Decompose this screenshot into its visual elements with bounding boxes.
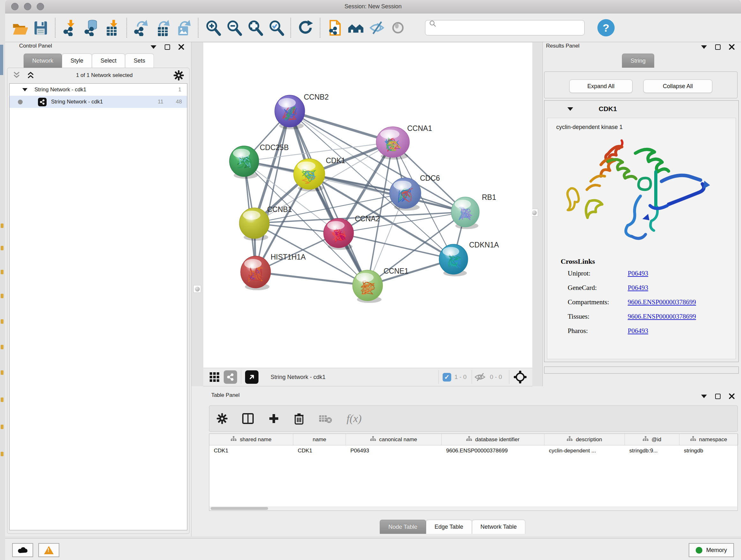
- control-panel-collapse-icon[interactable]: [151, 45, 156, 49]
- results-panel-float-icon[interactable]: [715, 44, 721, 50]
- table-panel-close-icon[interactable]: [729, 393, 735, 399]
- selected-nodes-checkbox[interactable]: ✓: [443, 373, 451, 381]
- table-hscrollbar[interactable]: [209, 506, 737, 510]
- network-row[interactable]: String Network - cdk1 11 48: [10, 96, 187, 108]
- tab-network[interactable]: Network: [23, 54, 62, 68]
- expand-all-button[interactable]: Expand All: [569, 79, 632, 93]
- column-header-database-identifier[interactable]: database identifier: [442, 434, 544, 445]
- network-overview-icon[interactable]: [224, 370, 237, 384]
- tab-sets[interactable]: Sets: [125, 54, 154, 68]
- export-table-icon[interactable]: [152, 17, 173, 38]
- cell-database-identifier[interactable]: 9606.ENSP00000378699: [442, 445, 544, 456]
- column-header-name[interactable]: name: [293, 434, 346, 445]
- node-RB1[interactable]: RB1: [451, 193, 496, 229]
- node-CCNA1[interactable]: CCNA1: [376, 124, 432, 160]
- tab-edge-table[interactable]: Edge Table: [426, 520, 472, 534]
- column-header-namespace[interactable]: namespace: [679, 434, 738, 445]
- cell-shared-name[interactable]: CDK1: [209, 445, 293, 456]
- crosslink-link[interactable]: 9606.ENSP00000378699: [628, 313, 696, 320]
- node-CCNB2[interactable]: CCNB2: [275, 93, 329, 129]
- column-header-canonical-name[interactable]: canonical name: [346, 434, 442, 445]
- hide-selected-icon[interactable]: [366, 17, 387, 38]
- table-panel-collapse-icon[interactable]: [701, 395, 707, 398]
- show-columns-icon[interactable]: [242, 413, 254, 425]
- export-network-icon[interactable]: [131, 17, 152, 38]
- zoom-in-icon[interactable]: [202, 17, 223, 38]
- node-CCNB1[interactable]: CCNB1: [239, 205, 292, 241]
- search-input[interactable]: [425, 20, 585, 36]
- window-minimize-button[interactable]: [24, 3, 31, 10]
- add-column-icon[interactable]: [268, 413, 280, 424]
- cell--id[interactable]: stringdb:9...: [625, 445, 679, 456]
- tab-style[interactable]: Style: [62, 54, 92, 68]
- network-options-gear-icon[interactable]: [173, 70, 184, 81]
- results-panel-collapse-icon[interactable]: [701, 45, 707, 49]
- table-hscroll-thumb[interactable]: [211, 507, 268, 510]
- column-header-shared-name[interactable]: shared name: [209, 434, 293, 445]
- import-network-database-icon[interactable]: [80, 17, 102, 38]
- zoom-out-icon[interactable]: [223, 17, 245, 38]
- network-collection-row[interactable]: String Network - cdk1 1: [10, 84, 187, 96]
- node-CDKN1A[interactable]: CDKN1A: [439, 241, 499, 276]
- column-header-description[interactable]: description: [544, 434, 625, 445]
- table-options-gear-icon[interactable]: [216, 413, 228, 424]
- table-row[interactable]: CDK1CDK1P064939606.ENSP00000378699cyclin…: [209, 445, 738, 456]
- column-header--id[interactable]: @id: [625, 434, 679, 445]
- network-canvas[interactable]: CCNB2CCNA1CDC25BCDK1CDC6RB1CCNB1CCNA2CDK…: [203, 43, 532, 368]
- edge-HIST1H1A-CCNE1[interactable]: [256, 272, 367, 286]
- crosslink-link[interactable]: P06493: [628, 284, 648, 292]
- open-session-icon[interactable]: [9, 17, 30, 38]
- node-section-expander-icon[interactable]: [567, 107, 573, 111]
- window-zoom-button[interactable]: [37, 3, 44, 10]
- node-section-header[interactable]: CDK1: [544, 101, 738, 117]
- warnings-button[interactable]: [38, 543, 59, 557]
- edge-CCNA2-CDKN1A[interactable]: [339, 233, 454, 259]
- tab-network-table[interactable]: Network Table: [472, 520, 526, 534]
- left-splitter-handle[interactable]: [193, 285, 201, 293]
- tab-node-table[interactable]: Node Table: [380, 520, 426, 534]
- delete-column-icon[interactable]: [293, 413, 305, 425]
- help-button[interactable]: ?: [597, 19, 615, 37]
- crosslink-link[interactable]: P06493: [628, 269, 648, 277]
- toggle-preview-icon[interactable]: [387, 17, 408, 38]
- node-table[interactable]: shared namenamecanonical namedatabase id…: [209, 434, 738, 511]
- grid-view-icon[interactable]: [208, 370, 221, 384]
- import-table-file-icon[interactable]: [102, 17, 123, 38]
- collapse-all-button[interactable]: Collapse All: [643, 79, 712, 93]
- node-CDC25B[interactable]: CDC25B: [229, 143, 289, 179]
- birdseye-toggle-icon[interactable]: [245, 370, 259, 384]
- crosslink-link[interactable]: P06493: [628, 327, 648, 335]
- zoom-selected-icon[interactable]: [266, 17, 286, 38]
- column-tree-icon: [643, 436, 649, 443]
- node-CCNE1[interactable]: CCNE1: [353, 267, 408, 303]
- cell-namespace[interactable]: stringdb: [679, 445, 738, 456]
- collection-expander-icon[interactable]: [22, 88, 27, 91]
- cell-name[interactable]: CDK1: [293, 445, 346, 456]
- import-network-file-icon[interactable]: [59, 17, 80, 38]
- expand-all-icon[interactable]: [26, 71, 36, 79]
- control-panel-float-icon[interactable]: [165, 44, 170, 50]
- crosslink-link[interactable]: 9606.ENSP00000378699: [628, 298, 696, 306]
- save-session-icon[interactable]: [30, 17, 51, 38]
- cell-description[interactable]: cyclin-dependent ...: [544, 445, 625, 456]
- refresh-view-icon[interactable]: [295, 17, 316, 38]
- table-panel-float-icon[interactable]: [715, 394, 721, 399]
- node-CCNA2[interactable]: CCNA2: [324, 214, 380, 250]
- cloud-status-button[interactable]: [12, 543, 33, 557]
- export-image-icon[interactable]: [173, 17, 194, 38]
- home-neighborhood-icon[interactable]: [345, 17, 366, 38]
- cell-canonical-name[interactable]: P06493: [346, 445, 442, 456]
- tab-string[interactable]: String: [622, 54, 654, 68]
- node-label-CDKN1A: CDKN1A: [469, 241, 499, 249]
- node-HIST1H1A[interactable]: HIST1H1A: [241, 253, 306, 290]
- node-CDC6[interactable]: CDC6: [390, 174, 440, 211]
- results-panel-close-icon[interactable]: [729, 44, 735, 50]
- window-close-button[interactable]: [11, 3, 18, 10]
- fit-selected-crosshair-icon[interactable]: [513, 370, 527, 384]
- collapse-all-icon[interactable]: [12, 71, 21, 79]
- share-document-icon[interactable]: [324, 17, 345, 38]
- tab-select[interactable]: Select: [92, 54, 125, 68]
- control-panel-close-icon[interactable]: [179, 44, 184, 50]
- memory-button[interactable]: Memory: [689, 543, 734, 557]
- zoom-fit-icon[interactable]: [245, 17, 266, 38]
